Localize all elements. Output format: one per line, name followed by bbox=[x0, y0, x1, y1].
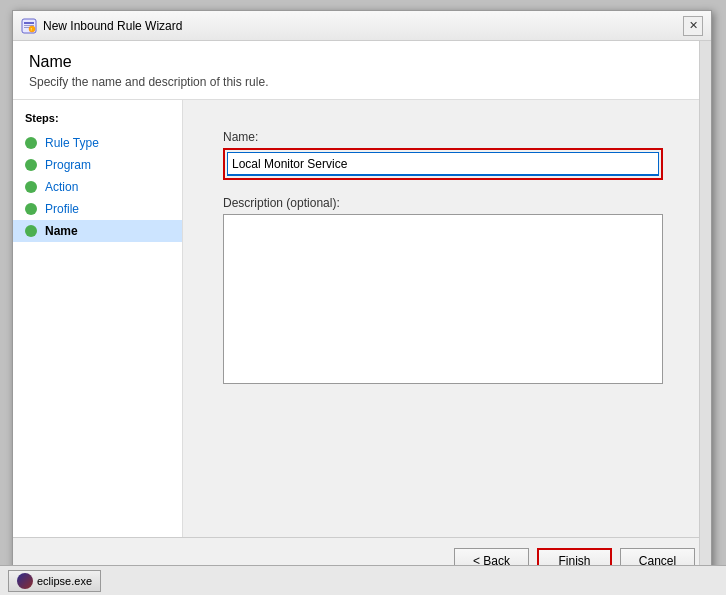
taskbar: eclipse.exe bbox=[0, 565, 726, 595]
dialog-subtitle: Specify the name and description of this… bbox=[29, 75, 695, 89]
step-label-action: Action bbox=[45, 180, 78, 194]
dialog-window: ! New Inbound Rule Wizard ✕ Name Specify… bbox=[12, 10, 712, 585]
step-dot-profile bbox=[25, 203, 37, 215]
scrollbar[interactable] bbox=[699, 100, 711, 537]
dialog-header: Name Specify the name and description of… bbox=[13, 41, 711, 100]
description-label: Description (optional): bbox=[223, 196, 671, 210]
svg-text:!: ! bbox=[31, 27, 32, 32]
dialog-title: Name bbox=[29, 53, 695, 71]
name-label: Name: bbox=[223, 130, 671, 144]
step-dot-action bbox=[25, 181, 37, 193]
step-item-action[interactable]: Action bbox=[13, 176, 182, 198]
taskbar-item-label: eclipse.exe bbox=[37, 575, 92, 587]
close-button[interactable]: ✕ bbox=[683, 16, 703, 36]
description-textarea[interactable] bbox=[223, 214, 663, 384]
dialog-body: Steps: Rule Type Program Action Profile … bbox=[13, 100, 711, 537]
name-input[interactable] bbox=[227, 152, 659, 176]
step-label-name: Name bbox=[45, 224, 78, 238]
name-field-container bbox=[223, 148, 663, 180]
step-dot-rule-type bbox=[25, 137, 37, 149]
step-item-name[interactable]: Name bbox=[13, 220, 182, 242]
description-form-group: Description (optional): bbox=[223, 196, 671, 387]
step-item-program[interactable]: Program bbox=[13, 154, 182, 176]
title-bar-text: New Inbound Rule Wizard bbox=[43, 19, 683, 33]
steps-label: Steps: bbox=[13, 112, 182, 132]
svg-rect-1 bbox=[24, 22, 34, 24]
step-item-rule-type[interactable]: Rule Type bbox=[13, 132, 182, 154]
steps-panel: Steps: Rule Type Program Action Profile … bbox=[13, 100, 183, 537]
content-panel: Name: Description (optional): bbox=[183, 100, 711, 537]
step-item-profile[interactable]: Profile bbox=[13, 198, 182, 220]
step-label-rule-type: Rule Type bbox=[45, 136, 99, 150]
step-label-program: Program bbox=[45, 158, 91, 172]
step-dot-program bbox=[25, 159, 37, 171]
wizard-icon: ! bbox=[21, 18, 37, 34]
step-label-profile: Profile bbox=[45, 202, 79, 216]
title-bar: ! New Inbound Rule Wizard ✕ bbox=[13, 11, 711, 41]
taskbar-item-eclipse[interactable]: eclipse.exe bbox=[8, 570, 101, 592]
eclipse-icon bbox=[17, 573, 33, 589]
step-dot-name bbox=[25, 225, 37, 237]
name-form-group: Name: bbox=[223, 130, 671, 180]
